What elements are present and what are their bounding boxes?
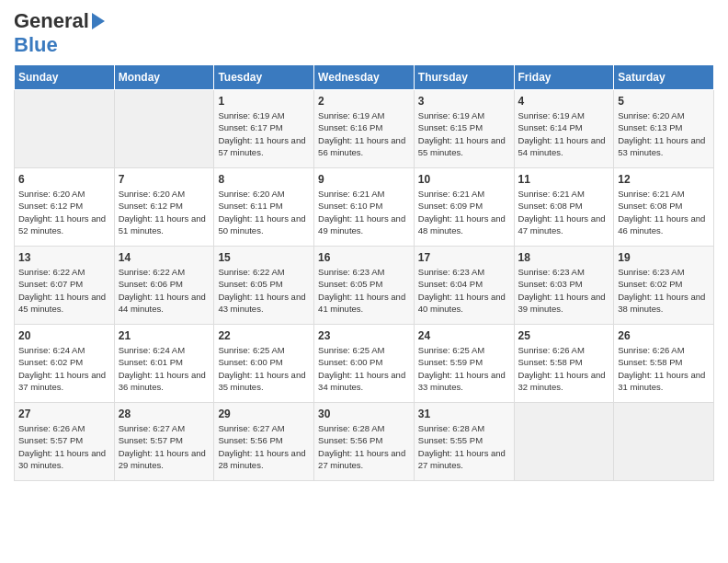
day-info: Sunrise: 6:20 AMSunset: 6:12 PMDaylight:…	[18, 188, 110, 236]
calendar-cell: 6Sunrise: 6:20 AMSunset: 6:12 PMDaylight…	[15, 168, 115, 247]
day-info: Sunrise: 6:21 AMSunset: 6:08 PMDaylight:…	[518, 188, 610, 236]
calendar-cell: 4Sunrise: 6:19 AMSunset: 6:14 PMDaylight…	[514, 90, 614, 168]
calendar-cell: 30Sunrise: 6:28 AMSunset: 5:56 PMDayligh…	[314, 403, 415, 481]
calendar-cell	[514, 403, 614, 481]
calendar-week-3: 20Sunrise: 6:24 AMSunset: 6:02 PMDayligh…	[15, 325, 714, 403]
day-number: 6	[18, 173, 110, 186]
calendar-body: 1Sunrise: 6:19 AMSunset: 6:17 PMDaylight…	[15, 90, 714, 481]
day-info: Sunrise: 6:26 AMSunset: 5:58 PMDaylight:…	[518, 344, 610, 393]
calendar-cell: 16Sunrise: 6:23 AMSunset: 6:05 PMDayligh…	[314, 247, 415, 325]
day-info: Sunrise: 6:24 AMSunset: 6:01 PMDaylight:…	[119, 344, 210, 393]
calendar-cell: 5Sunrise: 6:20 AMSunset: 6:13 PMDaylight…	[614, 90, 714, 168]
logo-text-blue: Blue	[14, 33, 58, 57]
day-info: Sunrise: 6:21 AMSunset: 6:09 PMDaylight:…	[418, 188, 510, 236]
day-number: 17	[418, 251, 510, 264]
day-number: 31	[418, 408, 510, 420]
calendar-cell: 25Sunrise: 6:26 AMSunset: 5:58 PMDayligh…	[514, 325, 614, 403]
calendar-cell: 10Sunrise: 6:21 AMSunset: 6:09 PMDayligh…	[414, 168, 514, 247]
weekday-friday: Friday	[514, 65, 614, 90]
calendar-cell: 31Sunrise: 6:28 AMSunset: 5:55 PMDayligh…	[414, 403, 514, 481]
day-number: 10	[418, 173, 510, 186]
calendar-cell: 21Sunrise: 6:24 AMSunset: 6:01 PMDayligh…	[114, 325, 214, 403]
day-number: 19	[618, 251, 710, 264]
day-info: Sunrise: 6:20 AMSunset: 6:11 PMDaylight:…	[218, 188, 310, 236]
day-number: 15	[218, 251, 310, 264]
calendar-cell: 26Sunrise: 6:26 AMSunset: 5:58 PMDayligh…	[614, 325, 714, 403]
calendar-cell: 12Sunrise: 6:21 AMSunset: 6:08 PMDayligh…	[614, 168, 714, 247]
day-number: 11	[518, 173, 610, 186]
day-info: Sunrise: 6:22 AMSunset: 6:06 PMDaylight:…	[119, 266, 210, 315]
weekday-thursday: Thursday	[414, 65, 514, 90]
calendar-cell: 17Sunrise: 6:23 AMSunset: 6:04 PMDayligh…	[414, 247, 514, 325]
day-info: Sunrise: 6:23 AMSunset: 6:04 PMDaylight:…	[418, 266, 510, 315]
calendar-week-1: 6Sunrise: 6:20 AMSunset: 6:12 PMDaylight…	[15, 168, 714, 247]
day-number: 30	[318, 408, 410, 420]
day-number: 25	[518, 329, 610, 342]
day-info: Sunrise: 6:23 AMSunset: 6:05 PMDaylight:…	[318, 266, 410, 315]
day-info: Sunrise: 6:21 AMSunset: 6:08 PMDaylight:…	[618, 188, 710, 236]
day-info: Sunrise: 6:22 AMSunset: 6:07 PMDaylight:…	[18, 266, 110, 315]
day-number: 18	[518, 251, 610, 264]
day-info: Sunrise: 6:19 AMSunset: 6:16 PMDaylight:…	[318, 109, 410, 158]
day-info: Sunrise: 6:27 AMSunset: 5:57 PMDaylight:…	[119, 422, 210, 471]
page-header: General Blue	[14, 9, 714, 57]
calendar-cell: 27Sunrise: 6:26 AMSunset: 5:57 PMDayligh…	[15, 403, 115, 481]
day-info: Sunrise: 6:21 AMSunset: 6:10 PMDaylight:…	[318, 188, 410, 236]
day-info: Sunrise: 6:19 AMSunset: 6:15 PMDaylight:…	[418, 109, 510, 158]
day-number: 2	[318, 95, 410, 108]
calendar-cell	[15, 90, 115, 168]
day-info: Sunrise: 6:28 AMSunset: 5:55 PMDaylight:…	[418, 422, 510, 471]
calendar-week-2: 13Sunrise: 6:22 AMSunset: 6:07 PMDayligh…	[15, 247, 714, 325]
day-number: 16	[318, 251, 410, 264]
day-number: 26	[618, 329, 710, 342]
calendar-cell: 13Sunrise: 6:22 AMSunset: 6:07 PMDayligh…	[15, 247, 115, 325]
calendar-cell: 2Sunrise: 6:19 AMSunset: 6:16 PMDaylight…	[314, 90, 415, 168]
day-number: 5	[618, 95, 710, 108]
weekday-sunday: Sunday	[15, 65, 115, 90]
day-info: Sunrise: 6:25 AMSunset: 6:00 PMDaylight:…	[318, 344, 410, 393]
day-number: 14	[119, 251, 210, 264]
day-info: Sunrise: 6:24 AMSunset: 6:02 PMDaylight:…	[18, 344, 110, 393]
calendar-header: SundayMondayTuesdayWednesdayThursdayFrid…	[15, 65, 714, 90]
calendar-cell: 23Sunrise: 6:25 AMSunset: 6:00 PMDayligh…	[314, 325, 415, 403]
calendar-week-0: 1Sunrise: 6:19 AMSunset: 6:17 PMDaylight…	[15, 90, 714, 168]
day-info: Sunrise: 6:25 AMSunset: 6:00 PMDaylight:…	[218, 344, 310, 393]
day-number: 12	[618, 173, 710, 186]
day-number: 28	[119, 408, 210, 420]
day-number: 27	[18, 408, 110, 420]
day-info: Sunrise: 6:22 AMSunset: 6:05 PMDaylight:…	[218, 266, 310, 315]
day-info: Sunrise: 6:26 AMSunset: 5:57 PMDaylight:…	[18, 422, 110, 471]
day-info: Sunrise: 6:20 AMSunset: 6:12 PMDaylight:…	[119, 188, 210, 236]
day-info: Sunrise: 6:25 AMSunset: 5:59 PMDaylight:…	[418, 344, 510, 393]
day-number: 13	[18, 251, 110, 264]
calendar-cell: 9Sunrise: 6:21 AMSunset: 6:10 PMDaylight…	[314, 168, 415, 247]
calendar-cell: 20Sunrise: 6:24 AMSunset: 6:02 PMDayligh…	[15, 325, 115, 403]
day-number: 22	[218, 329, 310, 342]
calendar-cell: 11Sunrise: 6:21 AMSunset: 6:08 PMDayligh…	[514, 168, 614, 247]
day-info: Sunrise: 6:26 AMSunset: 5:58 PMDaylight:…	[618, 344, 710, 393]
calendar-cell: 22Sunrise: 6:25 AMSunset: 6:00 PMDayligh…	[214, 325, 314, 403]
weekday-tuesday: Tuesday	[214, 65, 314, 90]
day-number: 4	[518, 95, 610, 108]
calendar-table: SundayMondayTuesdayWednesdayThursdayFrid…	[14, 64, 714, 481]
weekday-header-row: SundayMondayTuesdayWednesdayThursdayFrid…	[15, 65, 714, 90]
day-number: 3	[418, 95, 510, 108]
day-info: Sunrise: 6:23 AMSunset: 6:03 PMDaylight:…	[518, 266, 610, 315]
calendar-week-4: 27Sunrise: 6:26 AMSunset: 5:57 PMDayligh…	[15, 403, 714, 481]
day-number: 20	[18, 329, 110, 342]
day-info: Sunrise: 6:19 AMSunset: 6:14 PMDaylight:…	[518, 109, 610, 158]
day-number: 21	[119, 329, 210, 342]
weekday-wednesday: Wednesday	[314, 65, 415, 90]
calendar-cell: 3Sunrise: 6:19 AMSunset: 6:15 PMDaylight…	[414, 90, 514, 168]
calendar-cell: 28Sunrise: 6:27 AMSunset: 5:57 PMDayligh…	[114, 403, 214, 481]
day-info: Sunrise: 6:27 AMSunset: 5:56 PMDaylight:…	[218, 422, 310, 471]
day-number: 1	[218, 95, 310, 108]
calendar-cell: 24Sunrise: 6:25 AMSunset: 5:59 PMDayligh…	[414, 325, 514, 403]
day-number: 8	[218, 173, 310, 186]
calendar-cell: 29Sunrise: 6:27 AMSunset: 5:56 PMDayligh…	[214, 403, 314, 481]
weekday-saturday: Saturday	[614, 65, 714, 90]
day-info: Sunrise: 6:28 AMSunset: 5:56 PMDaylight:…	[318, 422, 410, 471]
day-info: Sunrise: 6:20 AMSunset: 6:13 PMDaylight:…	[618, 109, 710, 158]
day-number: 24	[418, 329, 510, 342]
calendar-cell: 19Sunrise: 6:23 AMSunset: 6:02 PMDayligh…	[614, 247, 714, 325]
